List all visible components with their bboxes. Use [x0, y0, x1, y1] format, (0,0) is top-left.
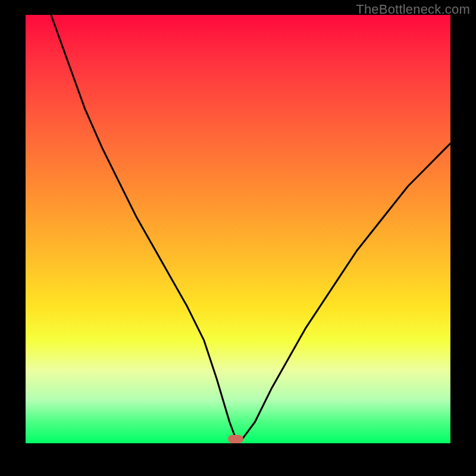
optimal-point-marker: [228, 435, 243, 443]
bottleneck-curve: [26, 15, 450, 443]
curve-path: [51, 15, 450, 439]
chart-frame: TheBottleneck.com: [0, 0, 476, 476]
watermark-text: TheBottleneck.com: [356, 2, 470, 17]
plot-area: [26, 15, 450, 443]
